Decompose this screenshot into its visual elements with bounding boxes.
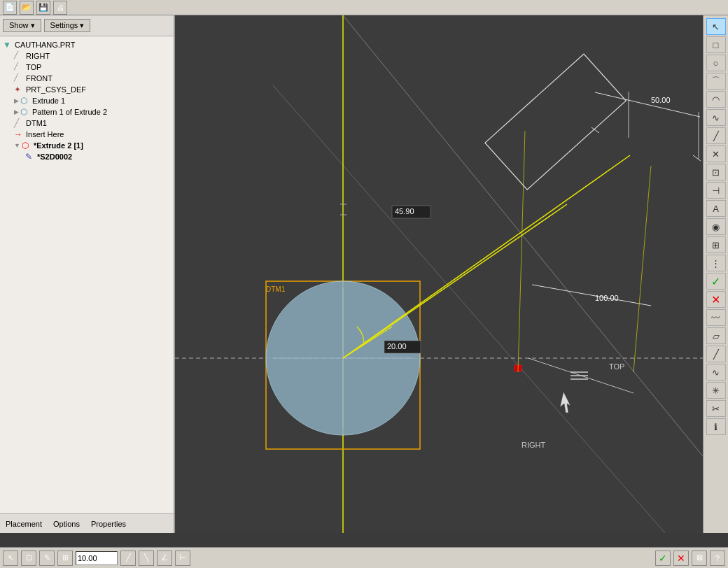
wave-tool[interactable]: 〰: [706, 309, 726, 326]
tab-properties[interactable]: Properties: [91, 518, 126, 530]
plane-icon-right: ╱: [14, 51, 24, 61]
sketch-icon: ✎: [25, 152, 35, 162]
active-extrude-icon: ⬡: [22, 141, 31, 150]
right-toolbar: ↖ □ ○ ⌒ ◠ ∿ ╱ ✕ ⊡ ⊣ A ◉ ⊞ ⋮ ✓ ✕ 〰 ▱ ╱ ∿ …: [703, 15, 728, 533]
scissors-tool[interactable]: ✂: [706, 400, 726, 417]
circle-tool[interactable]: ○: [706, 55, 726, 71]
top-toolbar: 📄 📂 💾 🖨: [0, 0, 728, 15]
main-canvas: 50.00 100.00 45.90 20.00 DTM1 RIGHT TOP: [175, 15, 703, 533]
palette-tool[interactable]: ◉: [706, 218, 726, 235]
line-tool[interactable]: ╱: [706, 127, 726, 144]
csys-icon: ✦: [14, 85, 24, 94]
dimension-box-tool[interactable]: ⊡: [706, 164, 726, 180]
tree-item-insert[interactable]: → Insert Here: [3, 129, 171, 140]
bottom-cancel-icon[interactable]: ✕: [673, 551, 689, 566]
top-canvas-label: TOP: [609, 362, 624, 371]
dtm-icon: ╱: [14, 118, 24, 128]
constraint-tool[interactable]: ⊣: [706, 182, 726, 199]
dim-100-text: 100.00: [595, 294, 619, 302]
bottom-option-icon[interactable]: ⊠: [692, 551, 707, 566]
close-x-tool[interactable]: ✕: [706, 145, 726, 162]
arc2-tool[interactable]: ◠: [706, 91, 726, 108]
tree-label-front: FRONT: [26, 74, 52, 83]
bottom-dim-icon[interactable]: ⊡: [21, 551, 36, 566]
tree-label-sketch: *S2D0002: [37, 152, 72, 161]
text-tool[interactable]: A: [706, 200, 726, 217]
bottom-tool8-icon[interactable]: ⊢: [175, 551, 190, 566]
tree-label-right: RIGHT: [26, 52, 50, 60]
pattern-icon: ⬡: [20, 107, 30, 117]
bottom-value-input[interactable]: [76, 551, 118, 565]
confirm-check[interactable]: ✓: [706, 273, 726, 290]
dim-20-text: 20.00: [387, 342, 407, 350]
show-button[interactable]: Show ▾: [3, 19, 41, 32]
dim-45-text: 45.90: [395, 207, 414, 215]
tree-item-extrude2[interactable]: ▼ ⬡ *Extrude 2 [1]: [3, 140, 171, 151]
new-icon[interactable]: 📄: [3, 1, 17, 15]
bottom-tool7-icon[interactable]: ∠: [157, 551, 172, 566]
arc-tool[interactable]: ⌒: [706, 73, 726, 90]
print-icon[interactable]: 🖨: [53, 1, 67, 15]
tree-label-extrude2: *Extrude 2 [1]: [34, 141, 83, 150]
tree-label-csys: PRT_CSYS_DEF: [26, 85, 86, 94]
rectangle-tool[interactable]: □: [706, 36, 726, 53]
insert-icon: →: [14, 129, 24, 139]
tree-item-root[interactable]: ▼ CAUTHANG.PRT: [3, 39, 171, 50]
tree-label-pattern1: Pattern 1 of Extrude 2: [32, 108, 107, 116]
save-icon[interactable]: 💾: [36, 1, 50, 15]
plane-icon-top: ╱: [14, 62, 24, 72]
bottom-confirm-icon[interactable]: ✓: [655, 551, 671, 566]
tree-item-dtm1[interactable]: ╱ DTM1: [3, 118, 171, 129]
tree-label-top: TOP: [26, 63, 41, 71]
tree-label-root: CAUTHANG.PRT: [15, 41, 76, 49]
part-icon: ▼: [3, 40, 13, 50]
tab-placement[interactable]: Placement: [6, 518, 42, 530]
tree-label-extrude1: Extrude 1: [32, 97, 65, 105]
tree-item-right[interactable]: ╱ RIGHT: [3, 50, 171, 62]
spline-tool[interactable]: ∿: [706, 109, 726, 126]
transform-tool[interactable]: ⊞: [706, 236, 726, 253]
bottom-tool6-icon[interactable]: ╲: [139, 551, 154, 566]
extrude-icon-1: ⬡: [20, 96, 30, 106]
bottom-sketch-icon[interactable]: ✎: [39, 551, 55, 566]
bottom-toolbar: ↖ ⊡ ✎ ⊞ ╱ ╲ ∠ ⊢ ✓ ✕ ⊠ ?: [0, 547, 728, 568]
parallelogram-tool[interactable]: ▱: [706, 327, 726, 344]
tree-item-sketch[interactable]: ✎ *S2D0002: [3, 151, 171, 162]
left-panel-toolbar: Show ▾ Settings ▾: [0, 15, 174, 36]
tree-item-top[interactable]: ╱ TOP: [3, 62, 171, 73]
tree-item-front[interactable]: ╱ FRONT: [3, 73, 171, 84]
dtm1-canvas-label: DTM1: [266, 285, 286, 293]
bottom-select-icon[interactable]: ↖: [3, 551, 18, 566]
settings-button[interactable]: Settings ▾: [44, 19, 91, 32]
bottom-help-icon[interactable]: ?: [710, 551, 725, 566]
bottom-tool5-icon[interactable]: ╱: [120, 551, 136, 566]
tree-item-extrude1[interactable]: ▶ ⬡ Extrude 1: [3, 95, 171, 106]
bottom-move-icon[interactable]: ⊞: [57, 551, 73, 566]
tree-item-csys[interactable]: ✦ PRT_CSYS_DEF: [3, 84, 171, 95]
canvas-svg: 50.00 100.00 45.90 20.00 DTM1 RIGHT TOP: [175, 15, 703, 533]
wave2-tool[interactable]: ∿: [706, 364, 726, 381]
dim-50-text: 50.00: [651, 96, 671, 104]
left-bottom-tabs: Placement Options Properties: [0, 513, 174, 533]
tree-label-insert: Insert Here: [26, 130, 64, 139]
line2-tool[interactable]: ╱: [706, 346, 726, 362]
open-icon[interactable]: 📂: [20, 1, 34, 15]
cancel-x[interactable]: ✕: [706, 291, 726, 308]
plane-icon-front: ╱: [14, 73, 24, 83]
right-canvas-label: RIGHT: [522, 441, 546, 449]
asterisk-tool[interactable]: ✳: [706, 382, 726, 399]
svg-rect-0: [175, 15, 703, 533]
select-arrow-tool[interactable]: ↖: [706, 18, 726, 35]
info-tool[interactable]: ℹ: [706, 418, 726, 435]
model-tree: ▼ CAUTHANG.PRT ╱ RIGHT ╱ TOP ╱ FRONT ✦ P…: [0, 36, 174, 513]
tree-item-pattern1[interactable]: ▶ ⬡ Pattern 1 of Extrude 2: [3, 106, 171, 118]
tree-label-dtm1: DTM1: [26, 119, 47, 127]
tab-options[interactable]: Options: [53, 518, 80, 530]
snap-tool[interactable]: ⋮: [706, 255, 726, 271]
left-panel: Show ▾ Settings ▾ ▼ CAUTHANG.PRT ╱ RIGHT…: [0, 15, 175, 533]
